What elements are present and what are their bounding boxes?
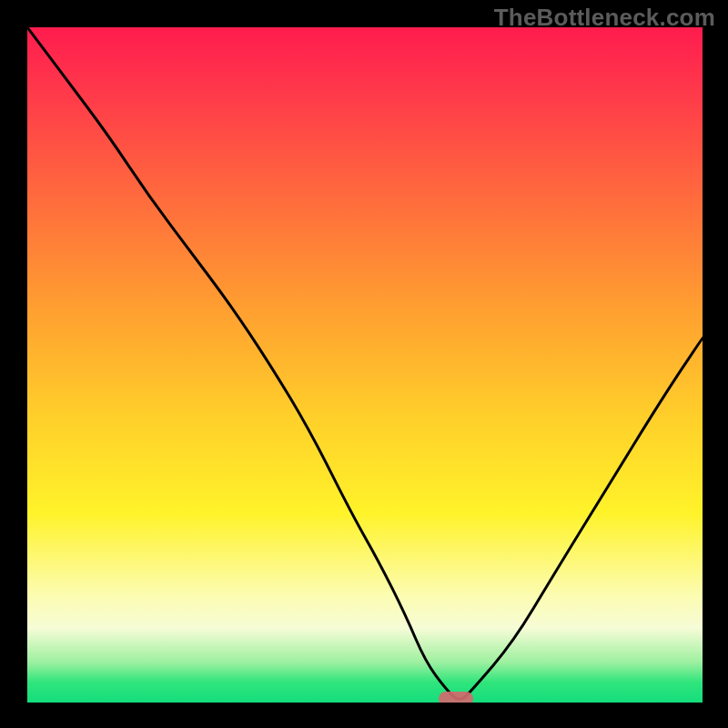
watermark-text: TheBottleneck.com (494, 4, 715, 32)
chart-container: TheBottleneck.com (0, 0, 728, 728)
gradient-background (27, 27, 703, 703)
optimal-point-marker (439, 692, 473, 703)
plot-area (27, 27, 703, 703)
